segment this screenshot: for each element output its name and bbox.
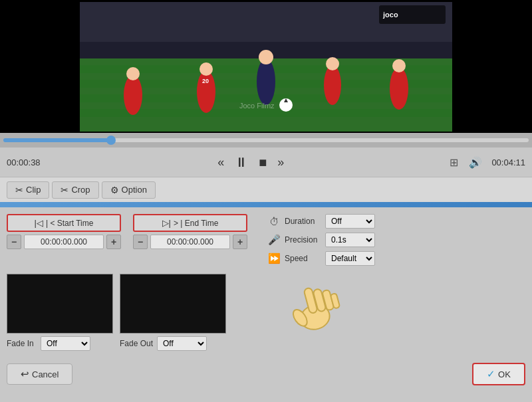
video-preview: 20 Joco Filmz joco bbox=[80, 2, 452, 132]
end-time-input[interactable] bbox=[150, 235, 230, 249]
svg-point-10 bbox=[390, 67, 408, 110]
time-total: 00:04:11 bbox=[491, 157, 525, 167]
clip-icon: ✂ bbox=[15, 185, 23, 195]
svg-point-9 bbox=[126, 67, 140, 80]
end-time-plus[interactable]: + bbox=[233, 235, 247, 249]
progress-fill bbox=[0, 202, 532, 207]
skip-back-button[interactable]: « bbox=[215, 154, 227, 171]
end-time-input-row: − + bbox=[133, 235, 247, 249]
option-icon: ⚙ bbox=[110, 185, 119, 195]
fade-out-box: Fade Out Off0.5s1s2s bbox=[120, 274, 226, 351]
speed-label: Speed bbox=[285, 254, 321, 263]
svg-point-8 bbox=[124, 75, 142, 115]
precision-row: 🎤 Precision 0.1s0.5s1s bbox=[267, 233, 375, 247]
fade-in-select[interactable]: Off0.5s1s2s bbox=[41, 336, 90, 351]
svg-point-16 bbox=[197, 70, 215, 113]
speed-icon: ⏩ bbox=[267, 252, 281, 264]
start-time-label: | < Start Time bbox=[46, 219, 93, 228]
start-time-button[interactable]: |◁ | < Start Time bbox=[7, 214, 121, 232]
cancel-icon: ↩ bbox=[21, 368, 29, 380]
time-current: 00:00:38 bbox=[7, 157, 53, 167]
start-time-input-row: − + bbox=[7, 235, 121, 249]
time-row: |◁ | < Start Time − + ▷| > | End Time − bbox=[7, 214, 247, 249]
svg-text:20: 20 bbox=[202, 78, 209, 84]
transport-area: 00:00:38 « ⏸ ■ » ⊞ 🔊 00:04:11 bbox=[0, 148, 532, 177]
start-time-box: |◁ | < Start Time − + bbox=[7, 214, 121, 249]
transport-right: ⊞ 🔊 00:04:11 bbox=[448, 155, 525, 170]
svg-point-17 bbox=[200, 62, 213, 76]
crop-icon: ✂ bbox=[61, 185, 68, 195]
svg-point-14 bbox=[324, 65, 341, 105]
ok-icon: ✓ bbox=[487, 368, 495, 380]
end-time-icon: ▷| bbox=[162, 218, 171, 228]
start-time-input[interactable] bbox=[24, 235, 104, 249]
fade-in-box: Fade In Off0.5s1s2s bbox=[7, 274, 113, 351]
precision-select[interactable]: 0.1s0.5s1s bbox=[325, 233, 375, 247]
tab-crop-label: Crop bbox=[71, 185, 90, 195]
tab-option-label: Option bbox=[122, 185, 147, 195]
start-time-plus[interactable]: + bbox=[106, 235, 121, 249]
start-time-minus[interactable]: − bbox=[7, 235, 21, 249]
tab-bar: ✂ Clip ✂ Crop ⚙ Option bbox=[0, 177, 532, 202]
duration-icon: ⏱ bbox=[267, 216, 281, 227]
video-area: 20 Joco Filmz joco bbox=[0, 0, 532, 133]
transport-buttons: « ⏸ ■ » bbox=[53, 153, 448, 171]
progress-line bbox=[0, 202, 532, 207]
bottom-row: ↩ Cancel ✓ OK bbox=[0, 360, 532, 388]
seekbar[interactable] bbox=[3, 138, 529, 142]
end-time-box: ▷| > | End Time − + bbox=[133, 214, 247, 249]
stop-button[interactable]: ■ bbox=[256, 153, 269, 171]
tab-crop[interactable]: ✂ Crop bbox=[52, 181, 98, 199]
fade-out-row: Fade Out Off0.5s1s2s bbox=[120, 336, 226, 351]
precision-label: Precision bbox=[285, 235, 321, 245]
end-time-button[interactable]: ▷| > | End Time bbox=[133, 214, 247, 232]
tab-option[interactable]: ⚙ Option bbox=[102, 181, 156, 199]
settings-button[interactable]: ⊞ bbox=[448, 155, 460, 170]
svg-point-13 bbox=[259, 50, 273, 64]
fade-in-row: Fade In Off0.5s1s2s bbox=[7, 336, 113, 351]
main-content: |◁ | < Start Time − + ▷| > | End Time − bbox=[0, 207, 532, 357]
ok-button[interactable]: ✓ OK bbox=[472, 363, 525, 385]
volume-button[interactable]: 🔊 bbox=[467, 155, 483, 170]
hand-area bbox=[273, 271, 352, 338]
svg-point-11 bbox=[392, 59, 406, 72]
speed-select[interactable]: Default0.5x1.5x2x bbox=[325, 251, 375, 266]
seekbar-area bbox=[0, 133, 532, 148]
svg-text:Joco Filmz: Joco Filmz bbox=[239, 102, 275, 110]
tab-clip[interactable]: ✂ Clip bbox=[7, 181, 49, 199]
precision-icon: 🎤 bbox=[267, 234, 281, 246]
start-time-icon: |◁ bbox=[35, 218, 43, 228]
svg-point-12 bbox=[257, 58, 275, 105]
cancel-label: Cancel bbox=[32, 369, 59, 379]
skip-fwd-button[interactable]: » bbox=[275, 154, 287, 171]
fade-out-preview bbox=[120, 274, 226, 334]
settings-panel: ⏱ Duration Off1s2s5s 🎤 Precision 0.1s0.5… bbox=[267, 214, 375, 266]
end-time-label: > | End Time bbox=[174, 219, 218, 228]
cancel-button[interactable]: ↩ Cancel bbox=[7, 363, 72, 385]
duration-label: Duration bbox=[285, 217, 321, 226]
duration-row: ⏱ Duration Off1s2s5s bbox=[267, 214, 375, 229]
fade-out-select[interactable]: Off0.5s1s2s bbox=[157, 336, 207, 351]
svg-text:joco: joco bbox=[382, 11, 398, 19]
fade-in-label: Fade In bbox=[7, 339, 37, 348]
end-time-minus[interactable]: − bbox=[133, 235, 148, 249]
ok-label: OK bbox=[498, 369, 511, 379]
svg-point-15 bbox=[326, 57, 339, 70]
speed-row: ⏩ Speed Default0.5x1.5x2x bbox=[267, 251, 375, 266]
fade-out-label: Fade Out bbox=[120, 339, 153, 348]
pause-button[interactable]: ⏸ bbox=[232, 153, 251, 171]
duration-select[interactable]: Off1s2s5s bbox=[325, 214, 375, 229]
tab-clip-label: Clip bbox=[26, 185, 41, 195]
fade-in-preview bbox=[7, 274, 113, 334]
